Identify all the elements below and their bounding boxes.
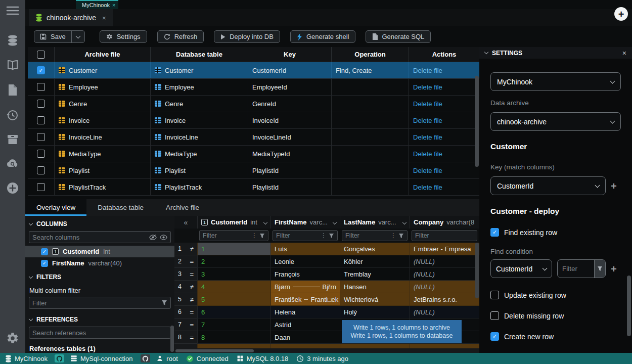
grid-cell-firstname[interactable]: Astrid <box>270 318 340 331</box>
delete-file-link[interactable]: Delete file <box>413 83 442 91</box>
grid-cell-firstname[interactable]: Luís <box>270 243 340 255</box>
history-icon[interactable] <box>7 109 19 121</box>
collapse-columns-button[interactable]: « <box>174 216 197 229</box>
update-existing-row[interactable]: Update existing row <box>490 291 621 299</box>
save-dropdown-button[interactable] <box>72 31 84 42</box>
find-condition-filter-input[interactable] <box>558 260 594 278</box>
table-row[interactable]: PlaylistPlaylistPlaylistIdDelete file <box>28 162 479 179</box>
grid-cell-firstname[interactable]: Leonie <box>270 255 340 268</box>
references-section-header[interactable]: REFERENCES <box>25 311 174 326</box>
grid-cell-company[interactable]: (NULL) <box>410 255 479 268</box>
table-row[interactable]: InvoiceLineInvoiceLineInvoiceLineIdDelet… <box>28 129 479 146</box>
create-new-checkbox[interactable]: ✓ <box>490 332 499 341</box>
kebab-menu-icon[interactable]: ⋮ <box>321 232 327 239</box>
grid-row[interactable]: 4≠4BjørnBjřrnHansen(NULL) <box>174 281 479 293</box>
grid-cell-id[interactable]: 8 <box>197 331 270 344</box>
column-checkbox[interactable]: ✓ <box>41 260 48 267</box>
filter-funnel-icon[interactable] <box>398 233 404 239</box>
key-select[interactable]: CustomerId <box>490 176 606 195</box>
grid-cell-id[interactable]: 2 <box>197 255 270 268</box>
grid-cell-company[interactable]: JetBrains s.r.o. <box>410 293 479 306</box>
row-checkbox[interactable] <box>37 100 45 108</box>
statusbar-status[interactable]: Connected <box>186 355 229 362</box>
grid-filter-input[interactable] <box>203 232 249 239</box>
grid-cell-firstname[interactable]: Daan <box>270 331 340 344</box>
add-icon[interactable] <box>7 182 19 194</box>
data-archive-select[interactable]: chinook-archive <box>490 112 621 131</box>
row-checkbox[interactable] <box>37 183 45 191</box>
filter-funnel-icon[interactable] <box>161 300 167 306</box>
table-row[interactable]: PlaylistTrackPlaylistTrackPlaylistIdDele… <box>28 179 479 196</box>
github-badge-teal[interactable] <box>55 354 64 362</box>
grid-vertical-scrollbar[interactable] <box>475 243 479 344</box>
delete-file-link[interactable]: Delete file <box>413 67 442 74</box>
refresh-button[interactable]: Refresh <box>157 30 204 43</box>
find-condition-select[interactable]: CustomerId <box>490 259 552 278</box>
close-icon[interactable]: × <box>112 2 115 8</box>
eye-off-icon[interactable] <box>149 234 157 241</box>
add-tab-button[interactable]: + <box>614 7 628 21</box>
grid-cell-lastname[interactable]: Köhler <box>340 255 410 268</box>
grid-cell-firstname[interactable]: FrantišekFranti□ek <box>270 293 340 306</box>
mapping-table-scrollbar[interactable] <box>474 62 479 196</box>
tab-archive-file[interactable]: Archive file <box>155 199 210 216</box>
statusbar-server[interactable]: MySQL 8.0.18 <box>237 355 289 362</box>
search-columns-input[interactable] <box>32 234 146 241</box>
grid-column-header[interactable]: FirstNamevarc... <box>270 216 340 229</box>
column-checkbox[interactable]: ✓ <box>41 248 48 255</box>
generate-sql-button[interactable]: Generate SQL <box>366 30 431 43</box>
save-button-group[interactable]: Save <box>34 30 85 43</box>
filter-funnel-icon[interactable] <box>329 233 334 239</box>
scrollbar-thumb[interactable] <box>175 349 254 352</box>
column-item[interactable]: ✓FirstNamevarchar(40) <box>25 257 174 269</box>
scrollbar-thumb[interactable] <box>475 243 479 298</box>
grid-column-header[interactable]: 1CustomerIdint <box>197 216 270 229</box>
scrollbar-thumb[interactable] <box>475 76 479 167</box>
grid-cell-id[interactable]: 3 <box>197 268 270 281</box>
delete-file-link[interactable]: Delete file <box>413 167 442 174</box>
select-all-checkbox[interactable] <box>37 51 45 59</box>
update-existing-checkbox[interactable] <box>490 291 499 299</box>
delete-file-link[interactable]: Delete file <box>413 133 442 141</box>
grid-cell-company[interactable]: Embraer - Empresa <box>410 243 479 255</box>
save-button[interactable]: Save <box>51 33 66 40</box>
grid-row[interactable]: 3=3FrançoisTremblay(NULL) <box>174 268 479 281</box>
grid-cell-firstname[interactable]: BjørnBjřrn <box>270 281 340 293</box>
add-find-condition-button[interactable]: + <box>611 264 617 274</box>
grid-row[interactable]: 2=2LeonieKöhler(NULL) <box>174 255 479 268</box>
search-references-input[interactable] <box>32 329 167 337</box>
table-row[interactable]: EmployeeEmployeeEmployeeIdDelete file <box>28 79 479 96</box>
row-checkbox[interactable]: ✓ <box>37 66 45 74</box>
tab-database-table[interactable]: Database table <box>86 199 155 216</box>
tab-chinook-archive[interactable]: chinook-archive × <box>29 9 113 26</box>
kebab-menu-icon[interactable]: ⋮ <box>251 232 257 239</box>
table-row[interactable]: InvoiceInvoiceInvoiceIdDelete file <box>28 112 479 129</box>
grid-column-header[interactable]: LastNamevarc... <box>340 216 410 229</box>
grid-filter-input[interactable] <box>345 232 388 239</box>
grid-cell-lastname[interactable]: Holý <box>340 306 410 318</box>
database-select[interactable]: MyChinook <box>490 72 621 91</box>
grid-cell-id[interactable]: 4 <box>197 281 270 293</box>
create-new-row[interactable]: ✓ Create new row <box>490 332 621 341</box>
close-icon[interactable]: × <box>102 14 106 22</box>
add-key-button[interactable]: + <box>611 181 617 191</box>
close-icon[interactable]: × <box>622 49 626 57</box>
github-badge-dark[interactable] <box>141 354 150 362</box>
kebab-menu-icon[interactable]: ⋮ <box>390 232 396 239</box>
row-checkbox[interactable] <box>37 166 45 174</box>
grid-cell-company[interactable]: (NULL) <box>410 281 479 293</box>
multi-filter-input[interactable] <box>32 299 158 307</box>
grid-row[interactable]: 5≠5FrantišekFranti□ekWichterlováJetBrain… <box>174 293 479 306</box>
grid-cell-company[interactable]: (NULL) <box>410 268 479 281</box>
menu-icon[interactable] <box>6 6 19 15</box>
grid-cell-lastname[interactable]: Hansen <box>340 281 410 293</box>
grid-cell-firstname[interactable]: François <box>270 268 340 281</box>
statusbar-user[interactable]: root <box>156 355 177 362</box>
grid-column-header[interactable]: Companyvarchar(8 <box>410 216 479 229</box>
grid-filter-input[interactable] <box>415 232 474 239</box>
filter-funnel-icon[interactable] <box>259 233 265 239</box>
row-checkbox[interactable] <box>37 133 45 141</box>
grid-cell-lastname[interactable]: Gonçalves <box>340 243 410 255</box>
tab-mychinook[interactable]: MyChinook × <box>76 0 118 9</box>
eye-icon[interactable] <box>160 234 167 241</box>
